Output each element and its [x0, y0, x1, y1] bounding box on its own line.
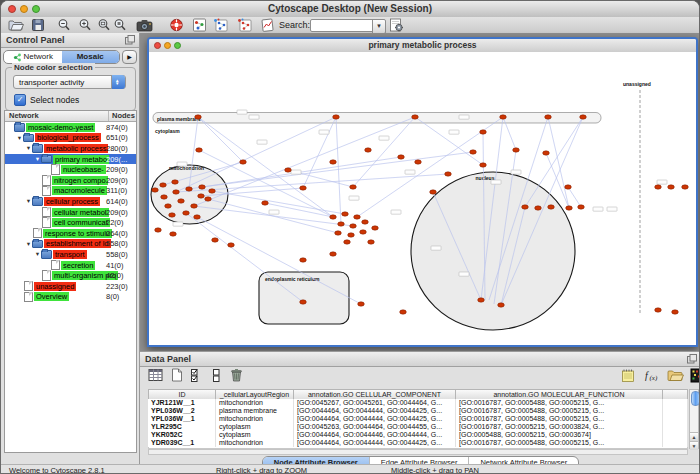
table-cell[interactable]: [GO:0044464, GO:0044444, GO:0044425, G..… [294, 415, 456, 423]
tree-item-transport[interactable]: ▼transport558(0) [5, 249, 136, 260]
tree-item-metabolic-process[interactable]: ▼metabolic process280(0) [5, 143, 136, 154]
table-cell[interactable]: [GO:0016787, GO:0005488, GO:0005215, G..… [456, 399, 663, 407]
tree-item-macromolecule[interactable]: macromolecule311(0) [5, 186, 136, 197]
network-node[interactable] [400, 310, 407, 314]
network-node[interactable] [300, 186, 307, 190]
network-node[interactable] [548, 205, 555, 209]
tree-item-mosaic-demo-yeast[interactable]: mosaic-demo-yeast874(0) [5, 122, 136, 133]
table-row[interactable]: YJR121W__1mitochondrion[GO:0045267, GO:0… [148, 399, 688, 407]
disclosure-triangle-icon[interactable]: ▼ [25, 198, 32, 204]
network-node[interactable] [545, 115, 552, 119]
zoom-fit-icon[interactable] [97, 18, 111, 32]
help-lifesaver-icon[interactable] [169, 18, 184, 32]
layout-blue-icon[interactable] [213, 18, 230, 32]
network-node[interactable] [348, 233, 355, 237]
node-color-combobox[interactable]: transporter activity [13, 75, 126, 89]
network-node[interactable] [655, 185, 662, 189]
table-cell[interactable]: [GO:0016787, GO:0005215, GO:0003824, G..… [456, 423, 663, 431]
network-view-window[interactable]: primary metabolic process plasma membran… [147, 37, 698, 347]
snapshot-camera-icon[interactable] [136, 18, 154, 32]
vizmapper-icon[interactable] [192, 18, 207, 32]
table-row[interactable]: YPL036W__1mitochondrion[GO:0044464, GO:0… [148, 415, 688, 423]
table-row[interactable]: YPL036W__2plasma membrane[GO:0044464, GO… [148, 407, 688, 415]
table-cell[interactable]: plasma membrane [216, 407, 294, 415]
table-cell[interactable]: YJR121W__1 [148, 399, 216, 407]
table-cell[interactable] [663, 407, 688, 415]
network-node[interactable] [358, 302, 365, 306]
network-canvas[interactable]: plasma membranecytoplasmmitochondrionnuc… [149, 52, 696, 345]
network-node[interactable] [191, 204, 198, 208]
scroll-up-arrow[interactable]: ▲ [690, 432, 698, 441]
network-node[interactable] [498, 303, 505, 307]
network-node[interactable] [338, 222, 345, 226]
scrollbar-thumb[interactable] [691, 391, 700, 406]
combobox-stepper[interactable] [111, 75, 125, 89]
tree-item-cellular-metabol[interactable]: cellular metabol209(0) [5, 207, 136, 218]
tree-item-nitrogen-compo[interactable]: nitrogen compo209(0) [5, 175, 136, 186]
table-cell[interactable]: YPL036W__1 [148, 415, 216, 423]
network-node[interactable] [470, 150, 477, 154]
table-cell[interactable] [663, 431, 688, 439]
search-dropdown-arrow[interactable]: ▼ [372, 19, 386, 34]
table-cell[interactable]: [GO:0045263, GO:0044464, GO:0044455, G..… [294, 423, 456, 431]
network-node[interactable] [354, 215, 361, 219]
network-node[interactable] [500, 115, 507, 119]
table-cell[interactable] [663, 439, 688, 447]
network-node[interactable] [178, 199, 185, 203]
network-node[interactable] [535, 206, 542, 210]
network-node[interactable] [365, 148, 372, 152]
tree-item-multi-organism-pro[interactable]: multi-organism pro42(0) [5, 270, 136, 281]
network-node[interactable] [199, 185, 206, 189]
network-node[interactable] [172, 180, 179, 184]
import-attributes-icon[interactable] [667, 368, 684, 384]
network-node[interactable] [362, 220, 369, 224]
network-node[interactable] [262, 201, 269, 205]
network-node[interactable] [672, 310, 679, 314]
table-cell[interactable]: mitochondrion [216, 415, 294, 423]
table-cell[interactable]: mitochondrion [216, 439, 294, 447]
network-node[interactable] [372, 226, 379, 230]
tree-item-primary-metabo[interactable]: ▼primary metabo209(... [5, 154, 136, 165]
network-node[interactable] [513, 148, 520, 152]
network-node[interactable] [161, 195, 168, 199]
table-cell[interactable]: [GO:0044464, GO:0044444, GO:0044425, G..… [294, 439, 456, 447]
network-node[interactable] [655, 308, 662, 312]
notepad-icon[interactable] [621, 368, 636, 384]
table-cell[interactable] [663, 423, 688, 431]
network-node[interactable] [543, 151, 550, 155]
table-cell[interactable]: [GO:0045267, GO:0045261, GO:0044464, G..… [294, 399, 456, 407]
table-vertical-scrollbar[interactable]: ▲ ▼ [689, 389, 699, 449]
float-panel-icon[interactable] [125, 35, 135, 45]
table-cell[interactable]: cytoplasm [216, 423, 294, 431]
table-cell[interactable]: [GO:0044464, GO:0044444, GO:0044425, G..… [294, 407, 456, 415]
tree-header-nodes[interactable]: Nodes [109, 111, 136, 121]
table-cell[interactable] [663, 399, 688, 407]
create-attribute-icon[interactable] [170, 368, 184, 384]
disclosure-triangle-icon[interactable]: ▼ [25, 145, 32, 151]
table-cell[interactable]: [GO:0016787, GO:0005488, GO:0005215, G..… [456, 439, 663, 447]
network-node[interactable] [445, 172, 452, 176]
network-node[interactable] [430, 190, 437, 194]
network-node[interactable] [368, 240, 375, 244]
network-node[interactable] [333, 115, 340, 119]
network-node[interactable] [330, 160, 337, 164]
select-nodes-checkbox[interactable]: ✓ [14, 94, 26, 106]
network-node[interactable] [398, 155, 405, 159]
annotation-icon[interactable] [260, 18, 275, 32]
tree-item-nucleobase-[interactable]: nucleobase-209(0) [5, 164, 136, 175]
search-input[interactable] [310, 19, 374, 32]
network-node[interactable] [360, 230, 367, 234]
network-node[interactable] [165, 204, 172, 208]
float-data-panel-icon[interactable] [687, 354, 697, 364]
table-row[interactable]: YKR052Ccytoplasm[GO:0044464, GO:0044446,… [148, 431, 688, 439]
network-node[interactable] [566, 206, 573, 210]
network-node[interactable] [195, 115, 202, 119]
tab-mosaic[interactable]: Mosaic [62, 51, 120, 63]
network-node[interactable] [209, 189, 216, 193]
disclosure-triangle-icon[interactable]: ▼ [34, 156, 41, 162]
network-node[interactable] [300, 300, 307, 304]
table-cell[interactable]: YLR295C [148, 423, 216, 431]
delete-attribute-icon[interactable] [230, 368, 243, 384]
network-node[interactable] [682, 185, 689, 189]
save-session-icon[interactable] [31, 18, 45, 32]
